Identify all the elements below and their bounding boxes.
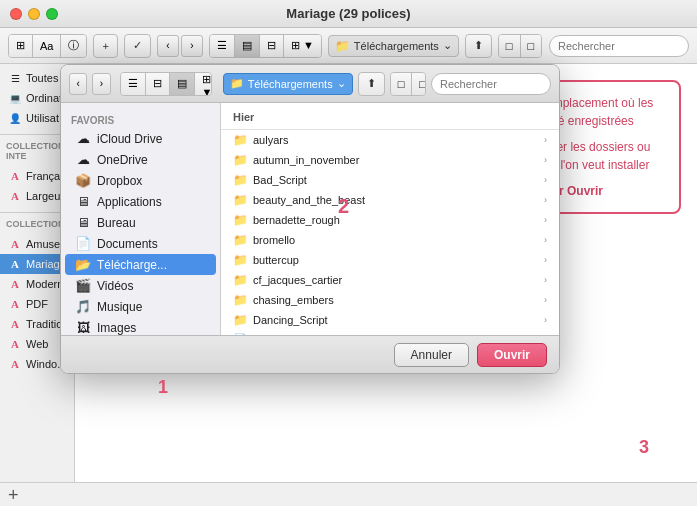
dialog-action2[interactable]: □	[412, 73, 426, 95]
dialog-icon-view[interactable]: ▤	[170, 73, 195, 95]
file-item-dancing[interactable]: 📁Dancing_Script ›	[221, 310, 559, 330]
dialog-view-toggle: ☰ ⊟ ▤ ⊞ ▼	[120, 72, 212, 96]
folder-icon: 📁	[233, 153, 248, 167]
file-item-buttercup[interactable]: 📁buttercup ›	[221, 250, 559, 270]
file-item-bernadette[interactable]: 📁bernadette_rough ›	[221, 210, 559, 230]
fav-documents[interactable]: 📄 Documents	[65, 233, 216, 254]
step-badge-1: 1	[158, 377, 168, 398]
view-toggle: ⊞ Aa ⓘ	[8, 34, 87, 58]
favorites-header: Favoris	[61, 109, 220, 128]
folder-icon: 📁	[233, 173, 248, 187]
path-bar[interactable]: 📁 Téléchargements ⌄	[328, 35, 459, 57]
toutes-icon: ☰	[8, 71, 22, 85]
fav-telechargements[interactable]: 📂 Télécharge...	[65, 254, 216, 275]
path-chevron-icon: ⌄	[443, 39, 452, 52]
file-dialog: ‹ › ☰ ⊟ ▤ ⊞ ▼ 📁 Téléchargements ⌄ ⬆ □ □ …	[60, 64, 560, 374]
dialog-folder-icon: 📁	[230, 77, 244, 90]
folder-icon: 📁	[233, 193, 248, 207]
fav-onedrive[interactable]: ☁ OneDrive	[65, 149, 216, 170]
action-btn2[interactable]: □	[521, 35, 542, 57]
folder-icon: 📁	[233, 313, 248, 327]
dialog-footer: Annuler Ouvrir	[61, 335, 559, 373]
toolbar-search-input[interactable]	[549, 35, 689, 57]
fav-musique[interactable]: 🎵 Musique	[65, 296, 216, 317]
share-btn[interactable]: ⬆	[465, 34, 492, 58]
fav-images[interactable]: 🖼 Images	[65, 317, 216, 335]
dialog-list-view[interactable]: ☰	[121, 73, 146, 95]
gallery-view-btn[interactable]: ⊞ ▼	[284, 35, 321, 57]
chevron-icon: ›	[544, 135, 547, 145]
folder-icon: 📁	[233, 273, 248, 287]
file-item-aulyars[interactable]: 📁aulyars ›	[221, 130, 559, 150]
file-item-autumn[interactable]: 📁autumn_in_november ›	[221, 150, 559, 170]
chevron-icon: ›	[544, 175, 547, 185]
fav-applications[interactable]: 🖥 Applications	[65, 191, 216, 212]
folder-icon: 📁	[233, 253, 248, 267]
images-icon: 🖼	[75, 320, 91, 335]
minimize-button[interactable]	[28, 8, 40, 20]
favorites-sidebar: Favoris ☁ iCloud Drive ☁ OneDrive 📦 Drop…	[61, 103, 221, 335]
add-font-btn[interactable]: +	[93, 34, 117, 58]
dialog-content: Favoris ☁ iCloud Drive ☁ OneDrive 📦 Drop…	[61, 103, 559, 335]
action-btn1[interactable]: □	[499, 35, 521, 57]
step-badge-3: 3	[639, 437, 649, 458]
action-toggle: □ □	[498, 34, 542, 58]
dialog-col-view[interactable]: ⊟	[146, 73, 170, 95]
file-item-beauty[interactable]: 📁beauty_and_the_beast ›	[221, 190, 559, 210]
dialog-search-input[interactable]	[431, 73, 551, 95]
font-size-btn[interactable]: Aa	[33, 35, 61, 57]
chevron-icon: ›	[544, 315, 547, 325]
file-item-cfjacques[interactable]: 📁cf_jacques_cartier ›	[221, 270, 559, 290]
columns-view-btn[interactable]: ▤	[235, 35, 260, 57]
add-collection-btn[interactable]: +	[8, 486, 19, 504]
info-btn[interactable]: ⓘ	[61, 35, 86, 57]
dialog-forward-btn[interactable]: ›	[92, 73, 110, 95]
fav-dropbox[interactable]: 📦 Dropbox	[65, 170, 216, 191]
dialog-path-bar[interactable]: 📁 Téléchargements ⌄	[223, 73, 353, 95]
chevron-icon: ›	[544, 155, 547, 165]
nav-back-btn[interactable]: ‹	[157, 35, 179, 57]
dialog-share-btn[interactable]: ⬆	[358, 72, 385, 96]
grid-view-btn[interactable]: ⊞	[9, 35, 33, 57]
chevron-icon: ›	[544, 215, 547, 225]
dialog-back-btn[interactable]: ‹	[69, 73, 87, 95]
folder-icon: 📁	[233, 233, 248, 247]
font-icon-a2: A	[8, 189, 22, 203]
chevron-icon: ›	[544, 195, 547, 205]
list-view-btn[interactable]: ☰	[210, 35, 235, 57]
file-item-bromello[interactable]: 📁bromello ›	[221, 230, 559, 250]
applications-icon: 🖥	[75, 194, 91, 209]
activate-btn[interactable]: ✓	[124, 34, 151, 58]
computer-icon: 💻	[8, 91, 22, 105]
current-path: Téléchargements	[354, 40, 439, 52]
dialog-action1[interactable]: □	[391, 73, 413, 95]
cancel-button[interactable]: Annuler	[394, 343, 469, 367]
bottom-bar: +	[0, 482, 697, 506]
dropbox-icon: 📦	[75, 173, 91, 188]
nav-controls: ‹ ›	[157, 35, 203, 57]
icons-view-btn[interactable]: ⊟	[260, 35, 284, 57]
fav-videos[interactable]: 🎬 Vidéos	[65, 275, 216, 296]
maximize-button[interactable]	[46, 8, 58, 20]
music-icon: 🎵	[75, 299, 91, 314]
file-item-chasing[interactable]: 📁chasing_embers ›	[221, 290, 559, 310]
step-badge-2: 2	[338, 195, 349, 218]
nav-forward-btn[interactable]: ›	[181, 35, 203, 57]
dialog-gallery-view[interactable]: ⊞ ▼	[195, 73, 212, 95]
fav-icloud[interactable]: ☁ iCloud Drive	[65, 128, 216, 149]
font-icon-a1: A	[8, 169, 22, 183]
chevron-icon: ›	[544, 255, 547, 265]
fav-bureau[interactable]: 🖥 Bureau	[65, 212, 216, 233]
dialog-current-path: Téléchargements	[248, 78, 333, 90]
videos-icon: 🎬	[75, 278, 91, 293]
layout-toggle: ☰ ▤ ⊟ ⊞ ▼	[209, 34, 322, 58]
open-button[interactable]: Ouvrir	[477, 343, 547, 367]
onedrive-icon: ☁	[75, 152, 91, 167]
chevron-icon: ›	[544, 235, 547, 245]
close-button[interactable]	[10, 8, 22, 20]
bureau-icon: 🖥	[75, 215, 91, 230]
documents-icon: 📄	[75, 236, 91, 251]
file-item-badscript[interactable]: 📁Bad_Script ›	[221, 170, 559, 190]
downloads-icon: 📂	[75, 257, 91, 272]
folder-icon: 📁	[233, 213, 248, 227]
